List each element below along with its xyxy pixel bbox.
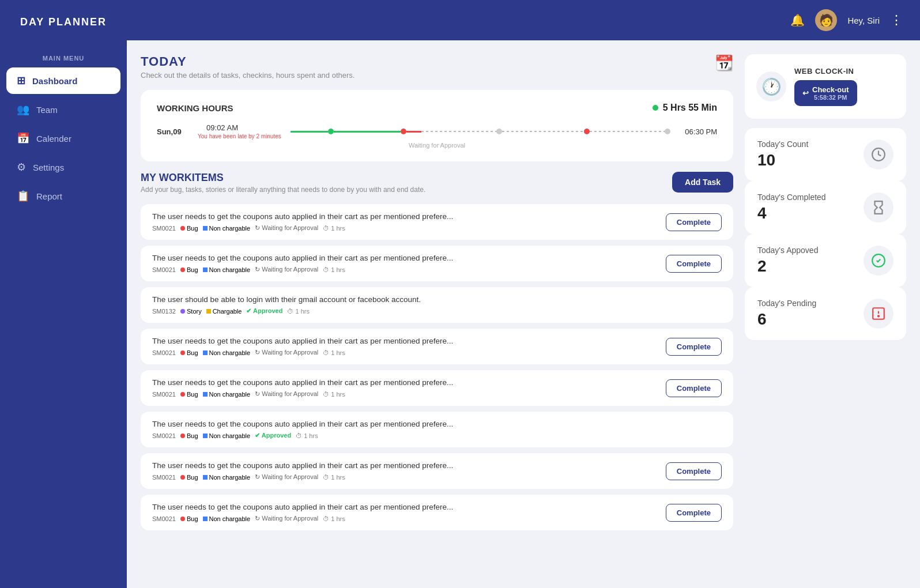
complete-button[interactable]: Complete	[666, 213, 722, 231]
stat-icon	[864, 140, 893, 169]
stat-value: 10	[757, 151, 808, 169]
stat-card-pending: Today's Pending 6	[745, 287, 906, 340]
workitem-title: The user needs to get the coupons auto a…	[152, 254, 657, 262]
complete-button[interactable]: Complete	[666, 255, 722, 273]
sidebar: DAY PLANNER MAIN MENU ⊞ Dashboard 👥 Team…	[0, 0, 127, 588]
clock-card: 🕐 WEB CLOCK-IN ↩ Check-out 5:58:32 PM	[745, 54, 906, 119]
workitem-title: The user needs to get the coupons auto a…	[152, 212, 657, 221]
workitem-card: The user needs to get the coupons auto a…	[141, 370, 733, 406]
sidebar-item-team[interactable]: 👥 Team	[6, 96, 120, 123]
stat-label: Today's Pending	[757, 299, 816, 308]
stat-card-completed: Today's Completed 4	[745, 181, 906, 234]
stat-label: Today's Completed	[757, 193, 826, 202]
workitem-info: The user should be able to login with th…	[152, 295, 722, 315]
tag-type: Bug	[180, 349, 198, 356]
sidebar-item-dashboard[interactable]: ⊞ Dashboard	[6, 67, 120, 94]
status-waiting: ↻ Waiting for Approval	[255, 349, 318, 356]
status-approved: ✔ Approved	[255, 432, 291, 439]
workitem-title: The user needs to get the coupons auto a…	[152, 503, 657, 511]
workitem-info: The user needs to get the coupons auto a…	[152, 212, 657, 232]
page-header-text: TODAY Check out the details of tasks, ch…	[141, 54, 355, 80]
working-hours-card: WORKING HOURS 5 Hrs 55 Min Sun,09 09:02 …	[141, 90, 733, 161]
sidebar-item-label: Calender	[36, 134, 71, 144]
add-task-button[interactable]: Add Task	[672, 172, 733, 193]
hours-value: 5 Hrs 55 Min	[663, 103, 717, 113]
complete-button[interactable]: Complete	[666, 338, 722, 356]
svg-point-4	[878, 315, 879, 316]
working-hours-header: WORKING HOURS 5 Hrs 55 Min	[157, 103, 717, 113]
tag-time: ⏱ 1 hrs	[323, 391, 345, 398]
tag-time: ⏱ 1 hrs	[323, 515, 345, 522]
complete-button[interactable]: Complete	[666, 379, 722, 397]
workitem-card: The user needs to get the coupons auto a…	[141, 412, 733, 447]
stat-value: 4	[757, 204, 826, 223]
stat-label: Today's Appoved	[757, 246, 818, 255]
complete-button[interactable]: Complete	[666, 504, 722, 522]
checkout-button[interactable]: ↩ Check-out 5:58:32 PM	[794, 80, 857, 106]
bell-icon[interactable]: 🔔	[790, 13, 805, 27]
page-title: TODAY	[141, 54, 355, 69]
tag-type: Bug	[180, 225, 198, 232]
tag-charge: Non chargable	[203, 349, 251, 356]
right-column: 🕐 WEB CLOCK-IN ↩ Check-out 5:58:32 PM	[745, 54, 906, 588]
page-subtitle: Check out the details of tasks, checkins…	[141, 71, 355, 80]
workitem-info: The user needs to get the coupons auto a…	[152, 337, 657, 356]
sidebar-item-label: Report	[36, 191, 62, 201]
sidebar-item-calendar[interactable]: 📅 Calender	[6, 125, 120, 152]
tag-type: Story	[180, 308, 202, 315]
tag-time: ⏱ 1 hrs	[323, 349, 345, 356]
page-calendar-icon[interactable]: 📆	[715, 54, 733, 72]
stat-value: 6	[757, 310, 816, 329]
workitem-title: The user needs to get the coupons auto a…	[152, 420, 722, 428]
workitem-card: The user needs to get the coupons auto a…	[141, 495, 733, 530]
workitem-info: The user needs to get the coupons auto a…	[152, 254, 657, 273]
workitem-info: The user needs to get the coupons auto a…	[152, 378, 657, 398]
workitem-info: The user needs to get the coupons auto a…	[152, 461, 657, 481]
stat-label: Today's Count	[757, 140, 808, 149]
dashboard-icon: ⊞	[17, 74, 25, 87]
timeline-late-notice: You have been late by 2 minutes	[198, 133, 281, 140]
tag-charge: Non chargable	[203, 515, 251, 522]
workitem-card: The user needs to get the coupons auto a…	[141, 329, 733, 364]
sidebar-nav: ⊞ Dashboard 👥 Team 📅 Calender ⚙ Settings…	[0, 67, 127, 209]
tag-charge: Non chargable	[203, 266, 251, 273]
workitem-info: The user needs to get the coupons auto a…	[152, 420, 722, 439]
workitem-tags: SM0021 Bug Non chargable ↻ Waiting for A…	[152, 224, 657, 232]
status-waiting: ↻ Waiting for Approval	[255, 390, 318, 398]
stat-icon	[864, 246, 893, 276]
clock-info: WEB CLOCK-IN ↩ Check-out 5:58:32 PM	[794, 67, 895, 106]
checkout-time: 5:58:32 PM	[812, 94, 849, 101]
workitem-info: The user needs to get the coupons auto a…	[152, 503, 657, 522]
more-menu-icon[interactable]: ⋮	[890, 13, 903, 28]
sidebar-item-settings[interactable]: ⚙ Settings	[6, 154, 120, 180]
complete-button[interactable]: Complete	[666, 462, 722, 480]
stat-icon	[864, 299, 893, 329]
stat-icon	[864, 193, 893, 223]
page-header: TODAY Check out the details of tasks, ch…	[141, 54, 733, 80]
stat-cards: Today's Count 10 Today's Completed 4 Tod…	[745, 128, 906, 340]
tag-id: SM0021	[152, 432, 176, 439]
tag-type: Bug	[180, 432, 198, 439]
stat-info: Today's Completed 4	[757, 193, 826, 223]
tag-time: ⏱ 1 hrs	[323, 266, 345, 273]
tag-charge: Non chargable	[203, 391, 251, 398]
sidebar-item-report[interactable]: 📋 Report	[6, 183, 120, 209]
tag-charge: Non chargable	[203, 474, 251, 481]
workitem-tags: SM0021 Bug Non chargable ✔ Approved ⏱ 1 …	[152, 432, 722, 439]
app-logo: DAY PLANNER	[9, 0, 118, 44]
tag-id: SM0132	[152, 308, 176, 315]
calendar-icon: 📅	[17, 132, 29, 145]
stat-info: Today's Pending 6	[757, 299, 816, 329]
tag-charge: Chargable	[206, 308, 242, 315]
tag-charge: Non chargable	[203, 225, 251, 232]
clock-icon: 🕐	[756, 71, 786, 101]
greeting: Hey, Siri	[847, 16, 880, 25]
checkout-label: Check-out	[812, 85, 849, 94]
workitems-list: The user needs to get the coupons auto a…	[141, 204, 733, 530]
status-approved: ✔ Approved	[246, 307, 282, 315]
status-waiting: ↻ Waiting for Approval	[255, 515, 318, 522]
avatar: 🧑	[815, 9, 837, 31]
workitem-card: The user needs to get the coupons auto a…	[141, 204, 733, 240]
tag-time: ⏱ 1 hrs	[323, 225, 345, 232]
stat-value: 2	[757, 257, 818, 276]
